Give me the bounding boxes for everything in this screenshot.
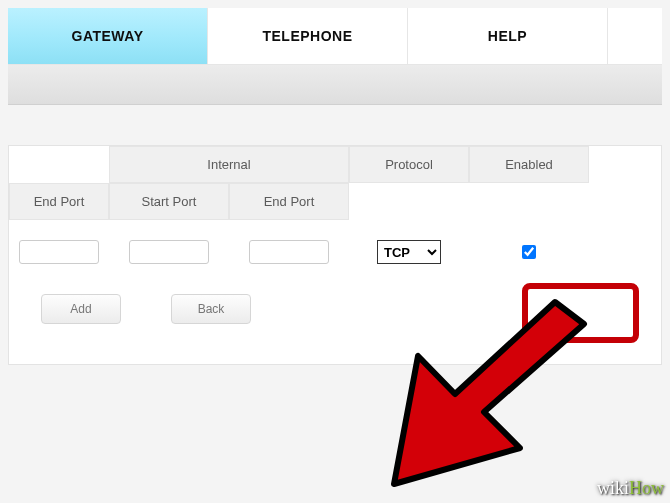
blank-cell [9,155,109,175]
cell-protocol: TCP [349,234,469,270]
watermark-wiki: wiki [597,478,629,498]
end-port-ext-input[interactable] [19,240,99,264]
col-start-port: Start Port [109,183,229,220]
add-button[interactable]: Add [41,294,121,324]
watermark-how: How [629,478,664,498]
cell-start-port [109,234,229,270]
col-end-port-ext: End Port [9,183,109,220]
blank-cell [349,192,469,212]
back-button[interactable]: Back [171,294,251,324]
top-nav: GATEWAY TELEPHONE HELP [8,8,662,65]
table-group-row: Internal Protocol Enabled [9,146,661,183]
cell-end-port-ext [9,234,109,270]
cell-enabled [469,234,589,270]
table-row: TCP [9,220,661,294]
enabled-checkbox[interactable] [522,245,536,259]
group-header-enabled: Enabled [469,146,589,183]
table-column-row: End Port Start Port End Port [9,183,661,220]
cell-end-port-int [229,234,349,270]
tab-telephone[interactable]: TELEPHONE [208,8,408,64]
col-end-port-int: End Port [229,183,349,220]
tab-gateway[interactable]: GATEWAY [8,8,208,64]
end-port-int-input[interactable] [249,240,329,264]
port-forward-panel: Internal Protocol Enabled End Port Start… [8,145,662,365]
group-header-protocol: Protocol [349,146,469,183]
group-header-internal: Internal [109,146,349,183]
blank-cell [469,192,589,212]
button-row: Add Back [9,294,661,324]
protocol-select[interactable]: TCP [377,240,441,264]
subheader-bar [8,65,662,105]
tab-help[interactable]: HELP [408,8,608,64]
wikihow-watermark: wikiHow [597,478,664,499]
start-port-input[interactable] [129,240,209,264]
